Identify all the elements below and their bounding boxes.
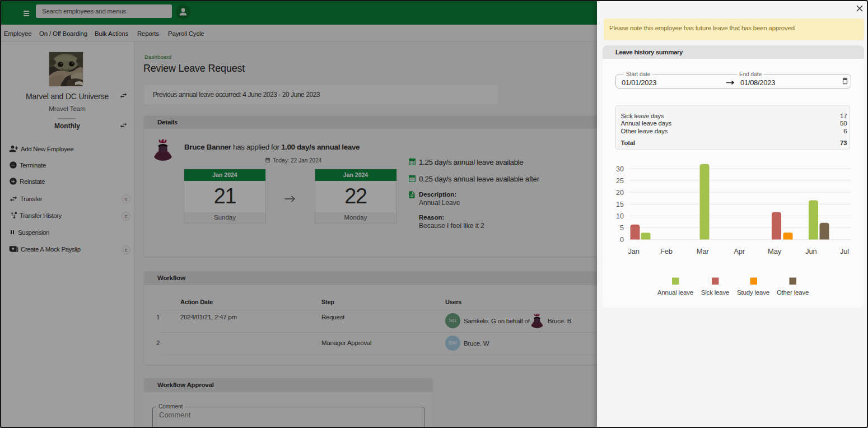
svg-text:20: 20 [616,189,624,197]
svg-text:5: 5 [620,224,624,232]
svg-text:Jul: Jul [840,247,849,255]
svg-text:0: 0 [620,236,624,244]
svg-text:25: 25 [616,177,624,185]
svg-text:Annual leave: Annual leave [657,289,693,296]
svg-text:15: 15 [616,201,624,208]
svg-text:10: 10 [616,212,624,220]
svg-text:Study leave: Study leave [737,289,769,296]
svg-text:May: May [768,247,782,255]
svg-text:Other leave: Other leave [777,289,809,296]
svg-text:Sick leave: Sick leave [701,289,729,296]
svg-text:Apr: Apr [734,247,745,255]
svg-text:Jun: Jun [805,247,816,255]
svg-text:Jan: Jan [628,247,640,255]
svg-text:Feb: Feb [660,247,673,255]
svg-text:Mar: Mar [697,247,710,255]
svg-text:30: 30 [616,165,624,173]
